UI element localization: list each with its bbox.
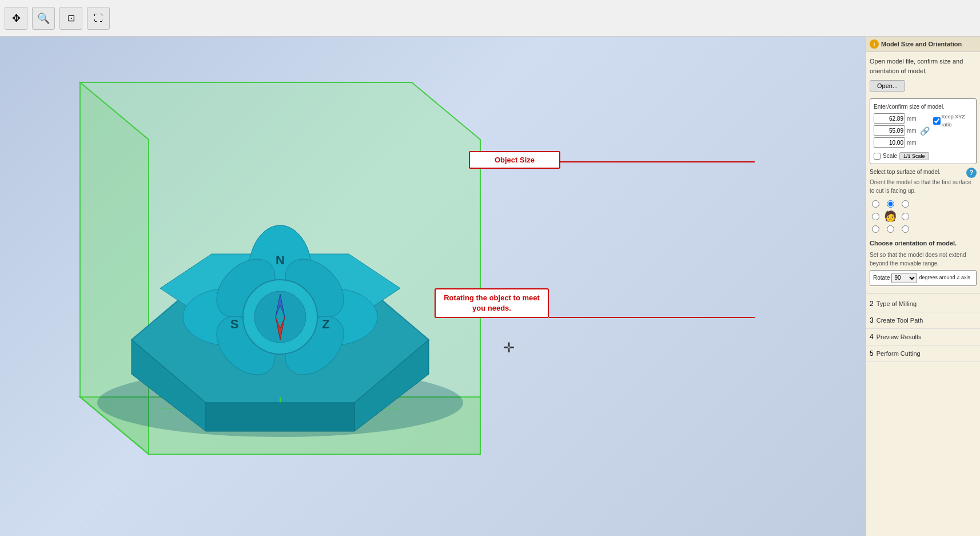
surface-radio-botleft[interactable]	[872, 225, 879, 233]
rotate-label: Rotate	[873, 273, 890, 282]
orientation-section: Choose orientation of model. Set so that…	[870, 239, 977, 286]
rotate-row: Rotate 90 0 180 270 degrees around Z axi…	[870, 270, 977, 286]
main-area: N S Z ✛ Object Size R	[0, 37, 980, 536]
svg-text:S: S	[230, 317, 239, 331]
object-size-arrow	[560, 161, 755, 162]
section5-title: Perform Cutting	[877, 350, 921, 357]
fit-tool-button[interactable]: ⊡	[59, 7, 82, 30]
section3-icon: 3	[870, 316, 874, 324]
y-size-row: mm	[874, 125, 917, 136]
rotate-select[interactable]: 90 0 180 270	[891, 273, 917, 283]
section5-icon: 5	[870, 350, 874, 358]
x-size-input[interactable]	[874, 113, 905, 124]
section4-icon: 4	[870, 333, 874, 341]
section3-title: Create Tool Path	[877, 317, 923, 324]
zoom-tool-button[interactable]: 🔍	[32, 7, 55, 30]
svg-text:N: N	[276, 253, 285, 267]
rotating-label: Rotating the object to meet you needs.	[444, 293, 540, 312]
orientation-label: Choose orientation of model.	[870, 239, 977, 248]
section1-content: Open model file, confirm size and orient…	[866, 52, 980, 291]
y-size-input[interactable]	[874, 125, 905, 136]
section5-item[interactable]: 5 Perform Cutting	[866, 346, 980, 362]
move-tool-button[interactable]: ✥	[5, 7, 27, 30]
surface-radio-midright[interactable]	[902, 213, 909, 220]
radio-grid: 🧑	[870, 197, 977, 235]
section1-desc: Open model file, confirm size and orient…	[870, 57, 977, 76]
degrees-label: degrees around Z axis	[919, 274, 970, 282]
person-icon: 🧑	[884, 209, 897, 224]
model-svg: N S Z	[46, 65, 515, 494]
surface-radio-botcenter[interactable]	[887, 225, 894, 233]
help-icon[interactable]: ?	[966, 168, 977, 178]
scale-button[interactable]: 1/1 Scale	[899, 152, 929, 160]
scale-row: Scale 1/1 Scale	[874, 152, 973, 160]
surface-orient-label: Orient the model so that the first surfa…	[870, 178, 977, 195]
right-panel: i Model Size and Orientation Open model …	[866, 37, 980, 536]
surface-label: Select top surface of model.	[870, 168, 966, 176]
object-size-annotation: Object Size	[469, 151, 560, 169]
object-size-label: Object Size	[495, 156, 535, 164]
toolbar: ✥ 🔍 ⊡ ⛶	[0, 0, 980, 37]
fullscreen-tool-button[interactable]: ⛶	[87, 7, 110, 30]
scale-label: Scale	[883, 152, 897, 160]
rotating-arrow	[549, 317, 755, 318]
divider1	[866, 293, 980, 293]
open-button[interactable]: Open...	[870, 80, 905, 92]
viewport[interactable]: N S Z ✛ Object Size R	[0, 37, 866, 536]
x-mm-label: mm	[907, 114, 917, 123]
section2-title: Type of Milling	[877, 300, 917, 307]
surface-radio-topcenter[interactable]	[887, 200, 894, 208]
link-icon: 🔗	[920, 125, 930, 137]
move-icon: ✥	[12, 12, 21, 25]
surface-radio-midleft[interactable]	[872, 213, 879, 220]
svg-marker-25	[206, 403, 354, 431]
size-section-label: Enter/confirm size of model.	[874, 102, 973, 111]
z-size-row: mm	[874, 137, 917, 148]
section4-item[interactable]: 4 Preview Results	[866, 329, 980, 346]
section3-item[interactable]: 3 Create Tool Path	[866, 312, 980, 329]
rotating-annotation: Rotating the object to meet you needs.	[435, 288, 549, 318]
keep-xyz-label: Keep XYZ ratio	[942, 113, 973, 129]
model-container: N S Z	[46, 65, 515, 494]
section1-title: Model Size and Orientation	[881, 41, 962, 47]
orientation-desc: Set so that the model does not extend be…	[870, 251, 977, 268]
surface-radio-botright[interactable]	[902, 225, 909, 233]
fullscreen-icon: ⛶	[94, 13, 103, 23]
size-section: Enter/confirm size of model. mm mm	[870, 98, 977, 164]
fit-icon: ⊡	[67, 13, 75, 23]
section2-icon: 2	[870, 300, 874, 308]
z-mm-label: mm	[907, 138, 917, 147]
surface-radio-topright[interactable]	[902, 200, 909, 208]
svg-text:Z: Z	[322, 317, 329, 331]
zoom-icon: 🔍	[37, 12, 50, 25]
section2-item[interactable]: 2 Type of Milling	[866, 296, 980, 312]
y-mm-label: mm	[907, 126, 917, 135]
surface-radio-topleft[interactable]	[872, 200, 879, 208]
section1-info-icon: i	[870, 39, 879, 49]
keep-xyz-section: Keep XYZ ratio	[933, 113, 973, 149]
surface-select-section: Select top surface of model. ? Orient th…	[870, 168, 977, 235]
scale-checkbox[interactable]	[874, 153, 881, 160]
section1-header[interactable]: i Model Size and Orientation	[866, 37, 980, 52]
section4-title: Preview Results	[877, 333, 922, 340]
x-size-row: mm	[874, 113, 917, 124]
keep-xyz-checkbox[interactable]	[933, 117, 941, 125]
z-size-input[interactable]	[874, 137, 905, 148]
